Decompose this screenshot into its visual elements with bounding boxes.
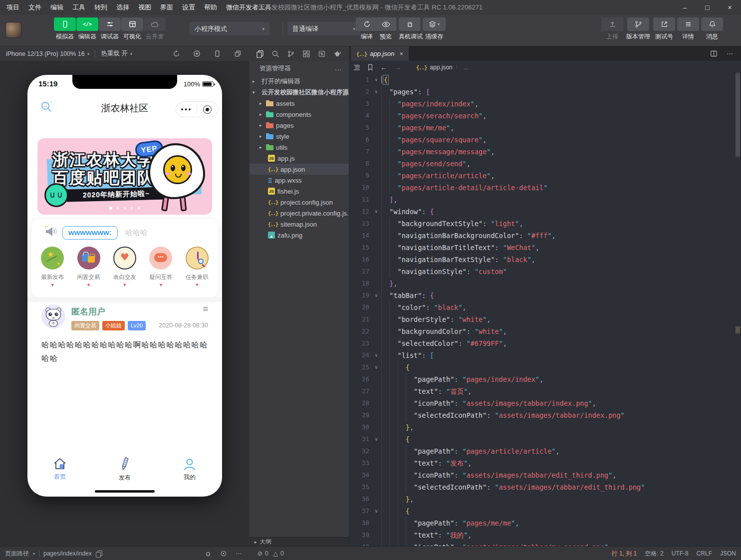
bookmark-icon[interactable] [367, 64, 373, 71]
rotate-icon[interactable] [173, 50, 180, 57]
source-control-icon[interactable] [287, 50, 295, 58]
code-line-8[interactable]: 8"pages/send/send", [349, 158, 735, 170]
code-line-31[interactable]: 31∨{ [349, 433, 735, 445]
minimize-button[interactable]: – [674, 0, 696, 15]
device-select[interactable]: iPhone 12/13 (Pro) 100% 16 [0, 50, 85, 57]
code-line-4[interactable]: 4"pages/serach/search", [349, 110, 735, 122]
more-icon[interactable]: ⋯ [236, 550, 242, 557]
tree-item-fishei.js[interactable]: JSfishei.js [249, 186, 349, 197]
close-tab-icon[interactable]: × [399, 50, 403, 57]
simulator-button[interactable]: 模拟器 [53, 17, 77, 41]
tree-item-zafu.png[interactable]: ▲zafu.png [249, 230, 349, 241]
code-line-16[interactable]: 16"navigationBarTextStyle": "black", [349, 254, 735, 266]
code-line-37[interactable]: 37∨{ [349, 505, 735, 517]
grid-item-疑问互答[interactable]: •••疑问互答▼ [143, 244, 179, 287]
details-button[interactable]: 详情 [676, 17, 700, 41]
carousel-dot[interactable] [116, 207, 119, 210]
code-line-15[interactable]: 15"navigationBarTitleText": "WeChat", [349, 242, 735, 254]
fold-icon[interactable]: ∨ [371, 361, 381, 373]
language-mode[interactable]: JSON [720, 550, 736, 557]
cloud-dev-button[interactable]: 云开发 [143, 17, 167, 41]
tree-item-sitemap.json[interactable]: {..}sitemap.json [249, 219, 349, 230]
code-line-38[interactable]: 38"pagePath": "pages/me/me", [349, 517, 735, 529]
code-line-6[interactable]: 6"pages/square/square", [349, 134, 735, 146]
menu-item-项目[interactable]: 项目 [2, 0, 24, 15]
indentation-setting[interactable]: 空格: 2 [645, 550, 663, 558]
code-line-29[interactable]: 29"selectedIconPath": "assets/images/tab… [349, 409, 735, 421]
code-line-32[interactable]: 32"pagePath": "pages/article/article", [349, 445, 735, 457]
phone-tab-publish[interactable]: 发布 [109, 457, 141, 482]
post-content[interactable]: 哈哈哈哈哈哈哈哈哈哈哈啊哈哈哈哈哈哈哈哈哈哈 [41, 338, 210, 365]
copy-path-icon[interactable] [96, 551, 101, 557]
post-menu-icon[interactable]: ≡ [203, 304, 208, 314]
grid-item-表白交友[interactable]: ♥表白交友▼ [107, 244, 143, 287]
phone-tab-home[interactable]: 首页 [44, 457, 76, 481]
editor-button[interactable]: </> 编辑器 [75, 17, 99, 41]
grid-item-最新发布[interactable]: ★★最新发布▼ [34, 244, 70, 287]
outline-section[interactable]: ▸ 大纲 [249, 537, 349, 546]
carousel-dot[interactable] [109, 207, 112, 210]
outline-icon[interactable] [353, 64, 360, 71]
code-line-33[interactable]: 33"text": "发布", [349, 457, 735, 469]
code-line-18[interactable]: 18}, [349, 278, 735, 289]
code-line-23[interactable]: 23"selectedColor": "#6799FF", [349, 337, 735, 349]
fold-icon[interactable]: ∨ [371, 349, 381, 361]
fold-icon[interactable]: ∨ [371, 433, 381, 445]
code-line-27[interactable]: 27"text": "首页", [349, 385, 735, 397]
tree-item-project.private.config.js...[interactable]: {..}project.private.config.js... [249, 208, 349, 219]
teapot-icon[interactable] [333, 50, 342, 57]
user-avatar[interactable] [6, 22, 21, 37]
navigate-forward-icon[interactable]: → [394, 63, 401, 71]
fold-icon[interactable]: ∨ [371, 206, 381, 218]
code-line-19[interactable]: 19∨"tabBar": { [349, 289, 735, 301]
fold-icon[interactable]: ∨ [371, 74, 381, 86]
banner-carousel[interactable]: 浙江农林大学 百度贴吧团队 2020年纳新开始啦~ YEP [37, 138, 212, 215]
code-line-1[interactable]: 1∨{ [349, 74, 735, 86]
more-menu-icon[interactable]: ●●● [176, 107, 197, 112]
extensions-icon[interactable] [302, 50, 310, 58]
code-line-17[interactable]: 17"navigationStyle": "custom" [349, 266, 735, 278]
grid-item-闲置交易[interactable]: 闲置交易▼ [70, 244, 106, 287]
tree-item-app.wxss[interactable]: Ξapp.wxss [249, 175, 349, 186]
carousel-dot[interactable] [137, 207, 140, 210]
files-icon[interactable] [256, 50, 264, 58]
code-line-39[interactable]: 39"text": "我的", [349, 529, 735, 541]
explorer-more-icon[interactable]: ... [335, 65, 342, 72]
watch-icon[interactable] [220, 550, 227, 557]
post-author[interactable]: 匿名用户 [71, 306, 105, 317]
code-line-2[interactable]: 2∨"pages": [ [349, 86, 735, 98]
code-line-13[interactable]: 13"backgroundTextStyle": "light", [349, 218, 735, 230]
code-line-12[interactable]: 12∨"window": { [349, 206, 735, 218]
minimize-capsule-icon[interactable] [197, 105, 218, 114]
menu-item-转到[interactable]: 转到 [90, 0, 112, 15]
more-actions-icon[interactable]: ⋯ [727, 50, 734, 57]
debug-icon[interactable] [205, 550, 212, 557]
code-area[interactable]: 1∨{2∨"pages": [3"pages/index/index",4"pa… [349, 74, 735, 546]
test-account-button[interactable]: 测试号 [652, 17, 676, 41]
split-editor-icon[interactable] [710, 50, 718, 57]
code-line-30[interactable]: 30}, [349, 421, 735, 433]
code-line-40[interactable]: 40"iconPath": "assets/images/tabbar/my_s… [349, 541, 735, 546]
tree-item-pages[interactable]: ▸pages [249, 120, 349, 131]
debugger-button[interactable]: 调试器 [98, 17, 122, 41]
code-line-36[interactable]: 36}, [349, 493, 735, 505]
tree-item-assets[interactable]: ▸assets [249, 98, 349, 109]
menu-item-界面[interactable]: 界面 [156, 0, 178, 15]
close-button[interactable]: × [719, 0, 741, 15]
menu-item-选择[interactable]: 选择 [112, 0, 134, 15]
grid-item-任务兼职[interactable]: 任务兼职▼ [179, 244, 215, 287]
tree-section-云开发校园微社区微信小程序源码[interactable]: ▾云开发校园微社区微信小程序源码 [249, 87, 349, 98]
phone-tab-me[interactable]: 我的 [174, 457, 206, 482]
tree-item-style[interactable]: ▸style [249, 131, 349, 142]
device-debug-button[interactable]: 真机调试 [399, 17, 421, 41]
clear-cache-button[interactable]: ▾ 清缓存 [423, 17, 446, 41]
code-line-25[interactable]: 25∨{ [349, 361, 735, 373]
preview-button[interactable]: 预览 [375, 17, 397, 41]
carousel-dot[interactable] [130, 207, 133, 210]
version-control-button[interactable]: 版本管理 [626, 17, 650, 41]
device-frame-icon[interactable] [214, 50, 221, 57]
code-line-21[interactable]: 21"borderStyle": "white", [349, 313, 735, 325]
fold-icon[interactable]: ∨ [371, 289, 381, 301]
tree-item-project.config.json[interactable]: {..}project.config.json [249, 197, 349, 208]
search-icon[interactable] [271, 50, 279, 58]
